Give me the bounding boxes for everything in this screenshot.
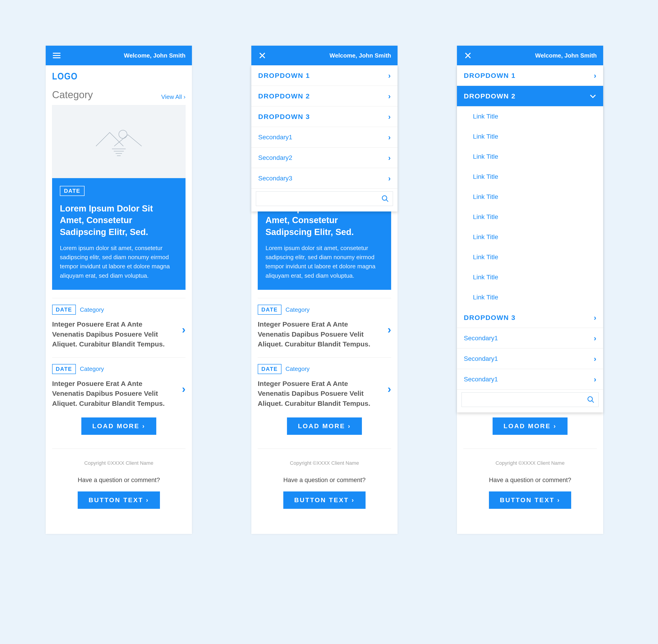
footer-question: Have a question or comment? [463,477,597,484]
mountain-icon [89,123,149,160]
chevron-right-icon: › [387,382,391,395]
secondary-link[interactable]: Secondary1 › [457,348,603,369]
search-icon [587,396,595,404]
section-title: Category [52,89,93,100]
sublink[interactable]: Link Title [457,287,603,307]
search-input[interactable] [256,191,393,206]
item-title: Integer Posuere Erat A Ante Venenatis Da… [52,378,174,409]
list-item[interactable]: DATE Category Integer Posuere Erat A Ant… [258,305,391,349]
mobile-screen-menu-open: Welcome, John Smith DROPDOWN 1 › DROPDOW… [251,46,398,534]
chevron-right-icon: › [388,71,391,80]
dropdown-2[interactable]: DROPDOWN 2 › [251,86,398,107]
footer-button[interactable]: BUTTON TEXT [78,491,160,509]
load-more-button[interactable]: LOAD MORE [493,417,568,435]
hero-card[interactable]: DATE Lorem Ipsum Dolor Sit Amet, Consete… [52,178,185,290]
chevron-right-icon: › [387,323,391,336]
footer: Copyright ©XXXX Client Name Have a quest… [463,448,597,520]
dropdown-1[interactable]: DROPDOWN 1 › [457,65,603,86]
sublink[interactable]: Link Title [457,107,603,127]
topbar: Welcome, John Smith [251,46,398,65]
close-icon[interactable] [463,51,473,60]
close-icon[interactable] [258,51,267,60]
welcome-text: Welcome, John Smith [535,52,597,59]
view-all-link[interactable]: View All [161,93,185,100]
svg-point-12 [588,397,592,401]
chevron-right-icon: › [182,382,185,395]
dropdown-3[interactable]: DROPDOWN 3 › [457,307,603,328]
chevron-right-icon: › [388,112,391,121]
svg-line-8 [386,200,388,202]
item-category: Category [286,365,310,372]
chevron-down-icon [589,92,596,100]
chevron-right-icon: › [594,354,596,363]
divider [258,298,391,298]
sublink[interactable]: Link Title [457,207,603,227]
nav-menu-panel: DROPDOWN 1 › DROPDOWN 2 Link Title Link … [457,65,603,412]
list-item[interactable]: DATE Category Integer Posuere Erat A Ant… [52,364,185,409]
welcome-text: Welcome, John Smith [124,52,185,59]
sublink[interactable]: Link Title [457,167,603,187]
topbar: Welcome, John Smith [46,46,192,65]
item-date-chip: DATE [52,364,76,374]
item-category: Category [286,306,310,313]
chevron-right-icon: › [388,174,391,183]
secondary-link[interactable]: Secondary1 › [251,127,398,147]
list-item[interactable]: DATE Category Integer Posuere Erat A Ant… [52,305,185,349]
hero-image-placeholder [52,105,185,178]
item-title: Integer Posuere Erat A Ante Venenatis Da… [52,319,174,349]
sublink[interactable]: Link Title [457,146,603,167]
dropdown-3[interactable]: DROPDOWN 3 › [251,107,398,127]
dropdown-2-expanded[interactable]: DROPDOWN 2 [457,86,603,107]
svg-line-13 [592,401,594,402]
item-title: Integer Posuere Erat A Ante Venenatis Da… [258,378,380,409]
mobile-screen-menu-expanded: Welcome, John Smith DROPDOWN 1 › DROPDOW… [457,46,603,534]
hero-body: Lorem ipsum dolor sit amet, consetetur s… [266,244,383,280]
divider [52,298,185,298]
copyright-text: Copyright ©XXXX Client Name [52,460,185,466]
load-more-button[interactable]: LOAD MORE [81,417,156,435]
secondary-link[interactable]: Secondary1 › [457,328,603,348]
chevron-right-icon: › [594,375,596,384]
secondary-link[interactable]: Secondary3 › [251,168,398,189]
item-title: Integer Posuere Erat A Ante Venenatis Da… [258,319,380,349]
load-more-button[interactable]: LOAD MORE [287,417,362,435]
chevron-right-icon: › [182,323,185,336]
welcome-text: Welcome, John Smith [330,52,391,59]
footer: Copyright ©XXXX Client Name Have a quest… [258,448,391,520]
search-icon [381,195,389,203]
item-category: Category [80,306,104,313]
footer-question: Have a question or comment? [258,477,391,484]
footer-button[interactable]: BUTTON TEXT [283,491,366,509]
mobile-screen-closed: Welcome, John Smith LOGO Category View A… [46,46,192,534]
item-date-chip: DATE [52,305,76,315]
search-input[interactable] [461,392,598,407]
sublink[interactable]: Link Title [457,187,603,207]
chevron-right-icon: › [388,153,391,162]
chevron-right-icon: › [594,313,596,322]
svg-point-7 [382,196,387,200]
secondary-link[interactable]: Secondary1 › [457,369,603,390]
dropdown-1[interactable]: DROPDOWN 1 › [251,65,398,86]
sublink[interactable]: Link Title [457,227,603,247]
hero-date-chip: DATE [60,186,85,196]
item-date-chip: DATE [258,305,281,315]
secondary-link[interactable]: Secondary2 › [251,147,398,168]
sublink[interactable]: Link Title [457,127,603,146]
copyright-text: Copyright ©XXXX Client Name [258,460,391,466]
svg-point-0 [119,130,127,138]
chevron-right-icon: › [594,71,596,80]
sublink[interactable]: Link Title [457,247,603,267]
nav-menu-panel: DROPDOWN 1 › DROPDOWN 2 › DROPDOWN 3 › S… [251,65,398,211]
topbar: Welcome, John Smith [457,46,603,65]
footer-question: Have a question or comment? [52,477,185,484]
menu-icon[interactable] [52,51,61,60]
footer: Copyright ©XXXX Client Name Have a quest… [52,448,185,520]
footer-button[interactable]: BUTTON TEXT [489,491,571,509]
logo: LOGO [52,71,165,82]
hero-title: Lorem Ipsum Dolor Sit Amet, Consetetur S… [60,203,178,238]
list-item[interactable]: DATE Category Integer Posuere Erat A Ant… [258,364,391,409]
item-date-chip: DATE [258,364,281,374]
chevron-right-icon: › [594,334,596,343]
sublink[interactable]: Link Title [457,267,603,287]
item-category: Category [80,365,104,372]
